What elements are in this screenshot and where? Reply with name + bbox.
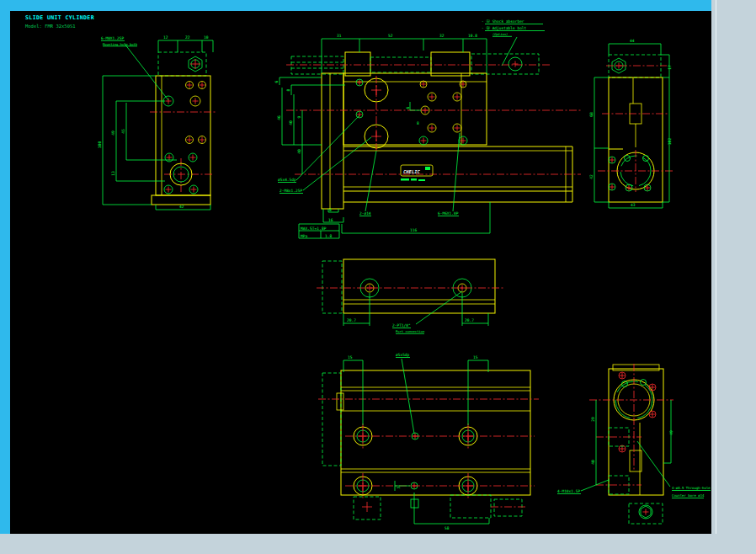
view-profile: 20.7 20.7 2-PT1/8" Port connection bbox=[317, 259, 505, 333]
dim-front-32: 32 bbox=[439, 34, 445, 38]
label-thread-pair: 2-M8x1.25P bbox=[280, 189, 302, 193]
label-mount-m10: 4-M10x1.5P bbox=[557, 489, 580, 493]
label-ports-sub: Port connection bbox=[396, 329, 424, 333]
cad-canvas-container: SLIDE UNIT CYLINDER Model: FMR 32x50S1 -… bbox=[10, 11, 711, 534]
dim-right-view-42: 42 bbox=[589, 174, 594, 179]
view-front: CHELIC 31 52 32 10.8 6 8 46 40 bbox=[274, 34, 581, 238]
dim-front-center-6: 6 bbox=[406, 106, 410, 109]
view-right-side: 44 17 102 68 42 43 bbox=[589, 39, 673, 208]
pressure-unit: MPa bbox=[301, 234, 308, 238]
dim-bottom-5: 5 bbox=[397, 486, 401, 488]
view-bottom-right: 29 40 49 4-M10x1.5P 4-ø8.5 Through-hole … bbox=[557, 364, 711, 524]
dim-front-8: 8 bbox=[286, 88, 290, 91]
label-ports: 2-PT1/8" bbox=[392, 323, 411, 328]
dim-front-10-8: 10.8 bbox=[468, 34, 477, 38]
drawing-title: SLIDE UNIT CYLINDER bbox=[25, 14, 94, 21]
dim-right-view-68: 68 bbox=[589, 112, 594, 117]
application-window: SLIDE UNIT CYLINDER Model: FMR 32x50S1 -… bbox=[0, 0, 756, 554]
dim-br-49: 49 bbox=[669, 430, 673, 435]
dim-profile-20-7-right: 20.7 bbox=[465, 318, 474, 322]
chelic-logo-text: CHELIC bbox=[403, 169, 421, 174]
label-thread-6-m8: 6-M8X1.25P bbox=[101, 36, 124, 40]
cad-drawing[interactable]: SLIDE UNIT CYLINDER Model: FMR 32x50S1 -… bbox=[10, 11, 711, 534]
pressure-row1: MAX.ST=1.8P bbox=[301, 226, 327, 231]
dim-profile-20-7-left: 20.7 bbox=[347, 318, 356, 322]
pressure-table: MAX.ST=1.8P MPa 1.8 bbox=[299, 224, 339, 238]
note-adjustable-bolt: - Ⓑ Adjustable bolt bbox=[482, 26, 527, 30]
label-counter-bore: Counter bore ø14 bbox=[672, 493, 705, 498]
dim-bottom-15-right: 15 bbox=[473, 355, 478, 360]
dim-left-view-13: 13 bbox=[111, 171, 115, 176]
dim-front-31: 31 bbox=[337, 34, 342, 38]
note-shock-absorber: - Ⓐ Shock absorber bbox=[482, 19, 524, 24]
dim-front-center-8: 8 bbox=[417, 121, 419, 125]
dim-left-view-100: 100 bbox=[98, 141, 102, 149]
label-thread-six: 6-M6X1.0P bbox=[438, 211, 459, 216]
dim-front-116: 116 bbox=[410, 228, 418, 232]
dim-front-plate-16: 16 bbox=[328, 218, 333, 222]
dim-right-view-43: 43 bbox=[631, 203, 636, 207]
right-margin-panel[interactable] bbox=[711, 0, 756, 554]
dim-right-view-17: 17 bbox=[668, 65, 672, 70]
title-block: SLIDE UNIT CYLINDER Model: FMR 32x50S1 bbox=[25, 14, 94, 29]
dim-bottom-58: 58 bbox=[445, 526, 450, 530]
dim-front-52: 52 bbox=[388, 34, 393, 38]
logo-stamp bbox=[401, 178, 409, 181]
dim-right-view-44: 44 bbox=[630, 39, 635, 43]
bottom-margin-panel[interactable] bbox=[0, 534, 756, 554]
dim-front-40a: 40 bbox=[289, 120, 293, 125]
dim-left-view-49: 49 bbox=[111, 131, 115, 136]
note-option: (Option) bbox=[492, 32, 508, 36]
dim-left-view-10: 10 bbox=[204, 35, 209, 40]
label-through-hole: 4-ø8.5 Through-hole bbox=[672, 486, 711, 490]
pressure-value: 1.8 bbox=[325, 234, 333, 238]
dim-left-view-22: 22 bbox=[185, 35, 190, 40]
view-left-side: 12 22 10 100 49 45 13 42 6-M8X1.25P Moun… bbox=[98, 35, 216, 210]
dim-left-view-45: 45 bbox=[121, 129, 125, 134]
dim-front-40b: 40 bbox=[297, 149, 301, 154]
dim-br-29: 29 bbox=[591, 417, 595, 422]
notes-block: - Ⓐ Shock absorber - Ⓑ Adjustable bolt (… bbox=[482, 19, 545, 66]
dim-left-view-42: 42 bbox=[179, 205, 184, 209]
dim-front-46: 46 bbox=[277, 115, 281, 120]
label-thread-6-m8-sub: Mounting hole both bbox=[103, 42, 137, 46]
panel-divider bbox=[716, 0, 716, 554]
dim-front-9: 9 bbox=[297, 115, 301, 118]
label-pin-5x5: ø5x5dp bbox=[396, 353, 410, 357]
chelic-trademark bbox=[425, 167, 430, 170]
dim-left-view-12: 12 bbox=[163, 35, 168, 40]
dim-br-40: 40 bbox=[591, 460, 595, 465]
view-bottom: 15 15 ø5x5dp 5 58 bbox=[318, 353, 539, 530]
drawing-model: Model: FMR 32x50S1 bbox=[25, 24, 76, 29]
label-pin-hole: ø5x4.5dp bbox=[278, 178, 296, 182]
dim-bottom-15-left: 15 bbox=[348, 355, 353, 360]
dim-front-6: 6 bbox=[274, 80, 279, 83]
dim-front-plate-8: 8 bbox=[329, 208, 332, 212]
label-bore-pair: 2-ø14 bbox=[359, 211, 371, 216]
chelic-logo: CHELIC bbox=[401, 165, 433, 181]
dim-right-view-102: 102 bbox=[668, 138, 672, 146]
